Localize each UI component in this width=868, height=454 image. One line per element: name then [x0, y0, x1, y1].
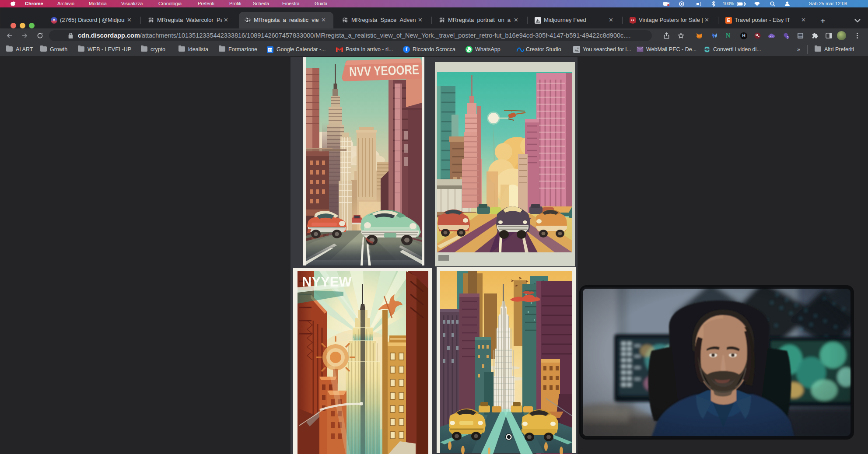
svg-text:5: 5 — [787, 36, 788, 39]
svg-text:NYYEW: NYYEW — [302, 274, 352, 290]
svg-text:31: 31 — [268, 48, 272, 52]
